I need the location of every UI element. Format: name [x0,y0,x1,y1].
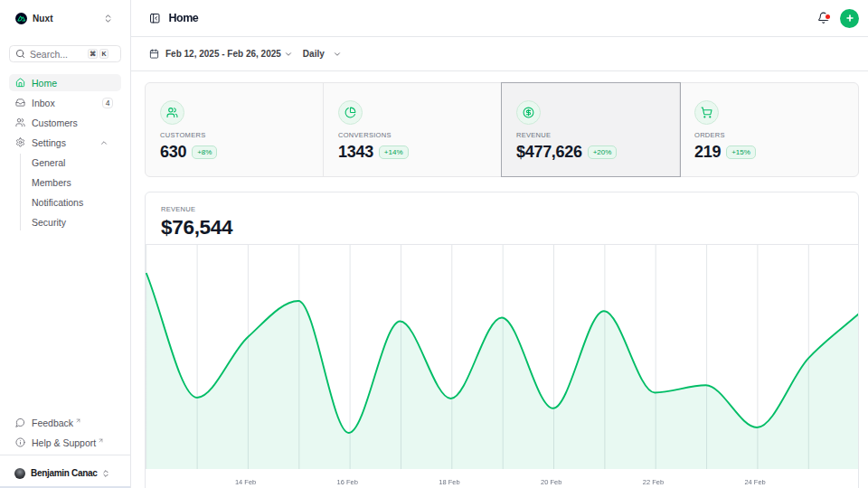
svg-text:18 Feb: 18 Feb [439,478,459,486]
svg-text:20 Feb: 20 Feb [541,478,561,486]
svg-text:16 Feb: 16 Feb [337,478,358,486]
svg-text:22 Feb: 22 Feb [643,478,664,486]
svg-text:14 Feb: 14 Feb [235,478,256,486]
svg-text:24 Feb: 24 Feb [744,478,765,486]
